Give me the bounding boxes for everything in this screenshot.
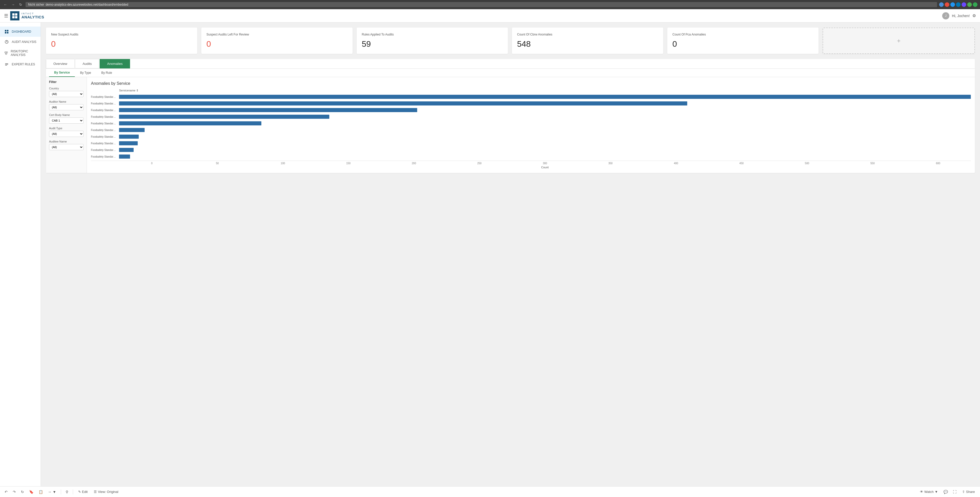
- redo2-button[interactable]: ↻: [19, 489, 25, 495]
- url-bar[interactable]: Nicht sicher demo-analytics-dev.azureweb…: [25, 2, 937, 7]
- browser-extension-icons: [939, 2, 977, 7]
- bar-chart: Servicename ⇕ Foodsafety Standard 7. Foo…: [91, 89, 971, 169]
- bar-container-3: [119, 108, 971, 112]
- axis-tick-450: 450: [709, 162, 774, 165]
- filter-select-auditee-name[interactable]: (All): [49, 144, 84, 150]
- subtab-by-type[interactable]: By Type: [75, 69, 96, 77]
- bar-row-9: Foodsafety Standard 7.X: [91, 148, 971, 152]
- bar-label-10: Foodsafety Standard 7.S: [91, 155, 119, 158]
- settings-button[interactable]: ⚙: [972, 13, 976, 18]
- tab-audits[interactable]: Audits: [75, 59, 99, 68]
- view-label: View: Original: [98, 490, 118, 494]
- bar-container-2: [119, 102, 971, 105]
- bar-container-10: [119, 154, 971, 159]
- forward-button[interactable]: →: [10, 2, 16, 7]
- bar-fill-10: [119, 154, 130, 159]
- bar-container-5: [119, 121, 971, 125]
- bar-row-1: Foodsafety Standard 7.: [91, 94, 971, 99]
- comment-button[interactable]: 💬: [942, 489, 949, 495]
- sidebar-label-dashboard: DASHBOARD: [12, 30, 31, 33]
- sidebar-label-expert-rules: EXPERT RULES: [12, 63, 35, 66]
- bar-fill-8: [119, 141, 138, 145]
- logo-title: ANALYTICS: [21, 15, 44, 19]
- fullscreen-button[interactable]: ⛶: [951, 489, 958, 495]
- filter-label-auditor-name: Auditor Name: [49, 100, 84, 103]
- ext-icon-1: [939, 2, 944, 7]
- sidebar-item-audit-analysis[interactable]: AUDIT ANALYSIS: [0, 37, 41, 47]
- bar-label-8: Foodsafety Standard 7.g: [91, 142, 119, 145]
- kpi-card-new-suspect: New Suspect Audits 0: [46, 28, 197, 54]
- bar-container-9: [119, 148, 971, 152]
- bar-container-4: [119, 115, 971, 119]
- sidebar-item-dashboard[interactable]: DASHBOARD: [0, 27, 41, 37]
- bar-fill-2: [119, 102, 687, 105]
- export-icon: 📋: [38, 490, 43, 494]
- edit-button[interactable]: ✎ Edit: [76, 489, 90, 495]
- kpi-row: New Suspect Audits 0 Suspect Audits Left…: [46, 28, 975, 54]
- sidebar-item-expert-rules[interactable]: EXPERT RULES: [0, 59, 41, 70]
- export-button[interactable]: 📋: [37, 489, 45, 495]
- svg-rect-1: [15, 13, 18, 16]
- tab-anomalies[interactable]: Anomalies: [100, 59, 130, 68]
- view-button[interactable]: ☰ View: Original: [92, 489, 120, 495]
- ext-icon-4: [956, 2, 961, 7]
- bar-container-7: [119, 135, 971, 139]
- kpi-add-card[interactable]: +: [822, 28, 975, 54]
- bar-label-4: Foodsafety Standard 7.H: [91, 116, 119, 118]
- svg-rect-0: [12, 13, 14, 16]
- kpi-card-suspect-left: Suspect Audits Left For Review 0: [201, 28, 353, 54]
- sidebar-item-risk-topic[interactable]: RISK/TOPIC ANALYSIS: [0, 47, 41, 59]
- watch-button[interactable]: 👁 Watch ▼: [918, 489, 940, 495]
- edit-label: Edit: [82, 490, 88, 494]
- chart-column-header: Servicename ⇕: [91, 89, 971, 92]
- sidebar-label-risk-topic: RISK/TOPIC ANALYSIS: [11, 49, 37, 57]
- filter-visual-button[interactable]: ⚲: [64, 489, 70, 495]
- bar-fill-3: [119, 108, 417, 112]
- hamburger-button[interactable]: ☰: [4, 13, 8, 19]
- axis-tick-550: 550: [840, 162, 905, 165]
- filter-label-audit-type: Audit Type: [49, 127, 84, 130]
- filter-auditee-name: Auditee Name (All): [49, 140, 84, 150]
- toolbar-right: 👁 Watch ▼ 💬 ⛶ ⇧ Share: [918, 489, 977, 495]
- chart-title: Anomalies by Service: [91, 81, 971, 86]
- axis-tick-50: 50: [185, 162, 250, 165]
- kpi-title-new-suspect: New Suspect Audits: [51, 33, 192, 36]
- back-button[interactable]: ←: [3, 2, 8, 7]
- filter-panel: Filter Country (All) Auditor Name (All): [46, 77, 87, 173]
- arrows-button[interactable]: ↔ ▼: [46, 489, 58, 495]
- svg-rect-4: [5, 30, 6, 32]
- share-button[interactable]: ⇧ Share: [960, 489, 977, 495]
- bar-label-1: Foodsafety Standard 7.: [91, 95, 119, 98]
- subtab-bar: By Service By Type By Rule: [46, 69, 975, 77]
- filter-select-auditor-name[interactable]: (All): [49, 104, 84, 110]
- bar-row-3: Foodsafety Standard 7.D: [91, 108, 971, 113]
- bar-fill-4: [119, 115, 329, 119]
- kpi-value-rules-applied: 59: [362, 39, 503, 49]
- filter-select-cert-body[interactable]: CAB 1: [49, 118, 84, 124]
- filter-label-country: Country: [49, 87, 84, 90]
- bar-label-9: Foodsafety Standard 7.X: [91, 149, 119, 151]
- bar-fill-1: [119, 95, 971, 99]
- kpi-title-count-pca: Count Of Pca Anomalies: [672, 33, 813, 36]
- svg-rect-3: [15, 16, 18, 18]
- redo-button[interactable]: ↷: [11, 489, 18, 495]
- edit-icon: ✎: [78, 490, 81, 494]
- kpi-title-count-cbrw: Count Of Cbrw Anomalies: [517, 33, 658, 36]
- axis-tick-400: 400: [643, 162, 709, 165]
- subtab-by-rule[interactable]: By Rule: [96, 69, 117, 77]
- ext-icon-2: [945, 2, 949, 7]
- axis-tick-500: 500: [774, 162, 840, 165]
- svg-rect-16: [5, 65, 7, 66]
- subtab-by-service[interactable]: By Service: [49, 69, 75, 77]
- add-icon: +: [897, 37, 900, 44]
- kpi-value-new-suspect: 0: [51, 39, 192, 49]
- filter-select-country[interactable]: (All): [49, 91, 84, 97]
- refresh-button[interactable]: ↻: [18, 2, 24, 7]
- fullscreen-icon: ⛶: [953, 490, 956, 494]
- undo-button[interactable]: ↶: [3, 489, 9, 495]
- filter-select-audit-type[interactable]: (All): [49, 131, 84, 137]
- toolbar-sep-2: [73, 489, 73, 494]
- bookmark-button[interactable]: 🔖: [28, 489, 35, 495]
- user-greeting: Hi, Jochen!: [952, 14, 970, 18]
- tab-overview[interactable]: Overview: [46, 59, 75, 68]
